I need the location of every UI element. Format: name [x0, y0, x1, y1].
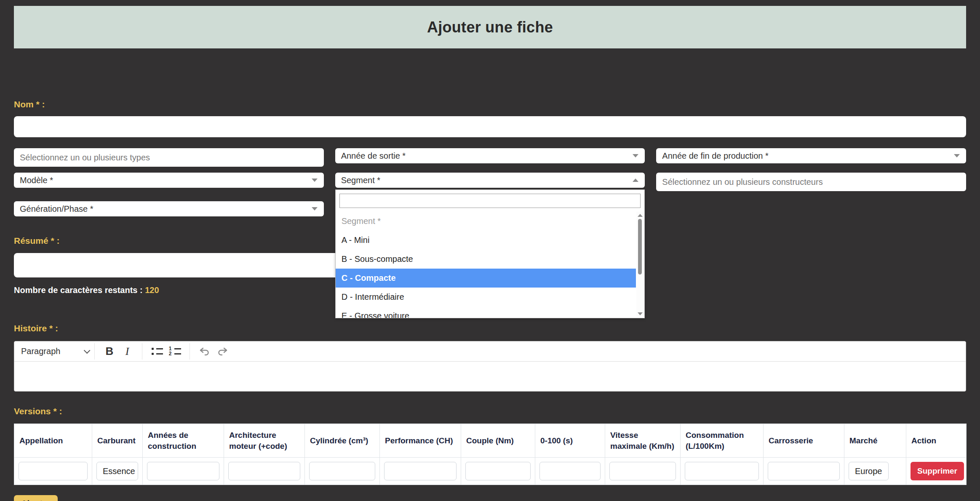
ajouter-button[interactable]: Ajouter — [14, 495, 58, 501]
modele-select[interactable]: Modèle * — [14, 173, 324, 188]
segment-option-placeholder[interactable]: Segment * — [336, 212, 636, 231]
versions-table: Appellation Carburant Années de construc… — [14, 424, 967, 485]
undo-button[interactable] — [196, 343, 214, 360]
constructeurs-input[interactable] — [656, 173, 966, 191]
scroll-up-icon[interactable] — [636, 212, 644, 219]
architecture-moteur-input[interactable] — [228, 462, 300, 480]
page-header: Ajouter une fiche — [14, 6, 966, 48]
redo-icon — [216, 346, 228, 357]
chevron-down-icon — [312, 179, 318, 182]
segment-option-c-compacte[interactable]: C - Compacte — [336, 269, 636, 288]
col-appellation: Appellation — [14, 424, 92, 458]
annee-sortie-select-value: Année de sortie * — [341, 151, 406, 161]
chevron-down-icon — [633, 154, 638, 157]
types-input[interactable] — [14, 148, 324, 167]
chevron-down-icon — [312, 207, 318, 211]
chevron-down-icon — [954, 154, 960, 157]
scrollbar-thumb[interactable] — [638, 219, 642, 274]
editor-toolbar: Paragraph B I 1 2 — [14, 341, 966, 362]
marche-select[interactable]: Europe — [849, 462, 889, 480]
toolbar-separator — [190, 343, 190, 360]
dropdown-scrollbar[interactable] — [636, 212, 644, 317]
chars-remaining-count: 120 — [145, 285, 159, 295]
chevron-down-icon — [84, 347, 91, 354]
histoire-label: Histoire * : — [14, 323, 966, 333]
chars-remaining-label: Nombre de caractères restants : — [14, 285, 145, 295]
histoire-editor-content[interactable] — [14, 362, 966, 391]
performance-input[interactable] — [384, 462, 457, 480]
carburant-select-value: Essence — [103, 466, 135, 476]
segment-dropdown: Segment * A - Mini B - Sous-compacte C -… — [335, 189, 645, 318]
col-0-100: 0-100 (s) — [535, 424, 605, 458]
chevron-up-icon — [633, 179, 638, 182]
paragraph-style-dropdown[interactable]: Paragraph — [21, 343, 88, 360]
version-row: Essence Europe Supprimer — [14, 458, 967, 485]
supprimer-button[interactable]: Supprimer — [911, 462, 964, 480]
bulleted-list-icon — [152, 348, 163, 355]
segment-field: Segment * Segment * A - Mini B - Sous-co… — [335, 173, 645, 188]
col-vitesse-maximale: Vitesse maximale (Km/h) — [605, 424, 681, 458]
histoire-richtext-editor: Paragraph B I 1 2 — [14, 341, 966, 392]
consommation-input[interactable] — [685, 462, 759, 480]
bold-button[interactable]: B — [101, 343, 118, 360]
col-consommation: Consommation (L/100Km) — [681, 424, 764, 458]
modele-select-value: Modèle * — [20, 176, 53, 185]
segment-search-input[interactable] — [339, 194, 641, 208]
cylindree-input[interactable] — [309, 462, 375, 480]
numbered-list-button[interactable]: 1 2 — [166, 343, 184, 360]
nom-input[interactable] — [14, 116, 966, 137]
marche-select-value: Europe — [855, 466, 882, 476]
col-carburant: Carburant — [92, 424, 143, 458]
segment-option-a-mini[interactable]: A - Mini — [336, 231, 636, 250]
col-marche: Marché — [844, 424, 906, 458]
segment-select[interactable]: Segment * — [335, 173, 645, 188]
col-action: Action — [906, 424, 967, 458]
col-architecture-moteur: Architecture moteur (+code) — [224, 424, 305, 458]
toolbar-separator — [142, 343, 142, 360]
carburant-select[interactable]: Essence — [96, 462, 138, 480]
0-100-input[interactable] — [539, 462, 601, 480]
couple-input[interactable] — [465, 462, 531, 480]
versions-header-row: Appellation Carburant Années de construc… — [14, 424, 967, 458]
appellation-input[interactable] — [19, 462, 88, 480]
nom-label: Nom * : — [14, 99, 966, 109]
numbered-list-icon: 1 2 — [168, 348, 181, 355]
carrosserie-input[interactable] — [768, 462, 840, 480]
page-title: Ajouter une fiche — [427, 19, 553, 36]
annee-sortie-select[interactable]: Année de sortie * — [335, 148, 645, 163]
undo-icon — [199, 346, 211, 357]
scroll-down-icon[interactable] — [636, 310, 644, 317]
col-couple: Couple (Nm) — [461, 424, 535, 458]
annee-fin-select-value: Année de fin de production * — [662, 151, 768, 161]
col-cylindree: Cylindrée (cm³) — [305, 424, 380, 458]
form-row-1: Année de sortie * Année de fin de produc… — [14, 148, 966, 167]
segment-options-list: Segment * A - Mini B - Sous-compacte C -… — [336, 212, 645, 318]
segment-option-d-intermediaire[interactable]: D - Intermédiaire — [336, 288, 636, 306]
redo-button[interactable] — [214, 343, 231, 360]
segment-option-e-grosse-voiture[interactable]: E - Grosse voiture — [336, 306, 636, 318]
col-performance: Performance (CH) — [380, 424, 461, 458]
page: Ajouter une fiche Nom * : Année de sorti… — [0, 0, 980, 501]
generation-select-value: Génération/Phase * — [20, 204, 93, 214]
paragraph-style-value: Paragraph — [21, 346, 60, 356]
annees-construction-input[interactable] — [147, 462, 219, 480]
col-carrosserie: Carrosserie — [764, 424, 844, 458]
bulleted-list-button[interactable] — [148, 343, 166, 360]
italic-icon: I — [126, 345, 129, 358]
form-row-2: Modèle * Segment * Segment * A - Mini B … — [14, 173, 966, 191]
segment-option-b-sous-compacte[interactable]: B - Sous-compacte — [336, 250, 636, 269]
col-annees-construction: Années de construction — [143, 424, 224, 458]
annee-fin-select[interactable]: Année de fin de production * — [656, 148, 966, 163]
versions-label: Versions * : — [14, 406, 966, 416]
generation-select[interactable]: Génération/Phase * — [14, 201, 324, 216]
bold-icon: B — [106, 345, 114, 358]
toolbar-separator — [94, 343, 95, 360]
vitesse-maximale-input[interactable] — [609, 462, 676, 480]
italic-button[interactable]: I — [118, 343, 136, 360]
segment-select-value: Segment * — [341, 176, 380, 185]
